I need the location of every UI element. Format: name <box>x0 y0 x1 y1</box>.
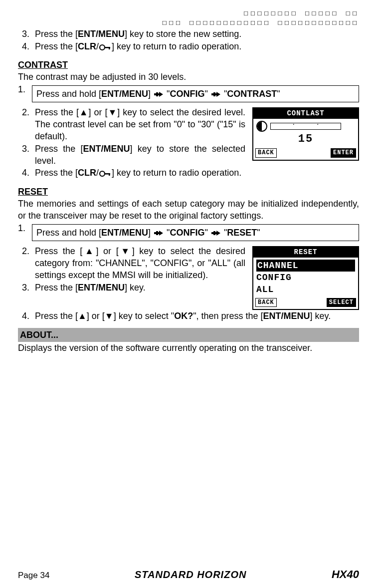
reset-step-2: Press the [▲] or [▼] key to select the d… <box>32 245 245 282</box>
reset-options: CHANNEL CONFIG ALL <box>253 258 358 297</box>
reset-steps: Press the [▲] or [▼] key to select the d… <box>18 245 245 294</box>
lcd-title: RESET <box>253 247 358 258</box>
text: ", then press the [ <box>193 311 263 321</box>
about-heading: ABOUT... <box>18 328 359 342</box>
menu-config: CONFIG <box>170 228 204 238</box>
svg-point-0 <box>100 45 105 50</box>
prev-section-steps: Press the [ENT/MENU] key to store the ne… <box>18 28 359 54</box>
text: " <box>204 89 210 99</box>
key-ent-menu: ENT/MENU <box>78 283 125 293</box>
prev-step-3: Press the [ENT/MENU] key to store the ne… <box>32 28 359 40</box>
menu-reset: RESET <box>227 228 257 238</box>
about-desc: Displays the version of the software cur… <box>18 342 359 354</box>
lcd-enter-button: ENTER <box>331 148 356 157</box>
reset-option-channel: CHANNEL <box>256 260 355 272</box>
arrow-icon <box>211 92 220 97</box>
contrast-step-1-row: 1. Press and hold [ENT/MENU] "CONFIG" "C… <box>18 83 359 106</box>
key-ent-menu: ENT/MENU <box>101 228 148 238</box>
contrast-heading: CONTRAST <box>18 59 359 71</box>
reset-heading: RESET <box>18 186 359 198</box>
text: Press the [▲] or [▼] key to select " <box>35 311 174 321</box>
text: Press the [ <box>35 41 78 51</box>
text: " <box>221 228 227 238</box>
contrast-icon <box>256 121 267 132</box>
text: " <box>221 89 227 99</box>
lcd-back-button: BACK <box>255 298 277 307</box>
text: ] <box>148 228 153 238</box>
text: Press the [ <box>35 168 78 178</box>
page-number: Page 34 <box>18 570 49 582</box>
reset-lcd: RESET CHANNEL CONFIG ALL BACK SELECT <box>252 246 359 310</box>
text: Press and hold [ <box>36 89 101 99</box>
text: " <box>204 228 210 238</box>
page-footer: Page 34 STANDARD HORIZON HX40 <box>18 567 359 582</box>
contrast-lcd: CONTLAST .. 15 BACK ENTER <box>252 107 359 161</box>
lcd-select-button: SELECT <box>327 298 356 307</box>
reset-option-config: CONFIG <box>256 272 355 284</box>
ok-prompt: OK? <box>174 311 193 321</box>
arrow-icon <box>211 231 220 236</box>
text: ] key. <box>125 283 146 293</box>
reset-step-1-row: 1. Press and hold [ENT/MENU] "CONFIG" "R… <box>18 222 359 245</box>
key-ent-menu: ENT/MENU <box>263 311 310 321</box>
list-index-1: 1. <box>18 222 32 234</box>
contrast-steps-cont: Press the [CLR/] key to return to radio … <box>18 167 359 180</box>
text: " <box>164 89 170 99</box>
key-ent-menu: ENT/MENU <box>78 29 125 39</box>
menu-contrast: CONTRAST <box>227 89 277 99</box>
contrast-step-2: Press the [▲] or [▼] key to select the d… <box>32 106 245 143</box>
reset-steps-cont: Press the [▲] or [▼] key to select "OK?"… <box>18 310 359 322</box>
key-ent-menu: ENT/MENU <box>83 144 130 154</box>
lock-key-icon <box>99 168 112 180</box>
arrow-icon <box>154 231 163 236</box>
reset-desc: The memories and settings of each setup … <box>18 198 359 222</box>
reset-step-4: Press the [▲] or [▼] key to select "OK?"… <box>32 310 359 322</box>
svg-rect-5 <box>109 173 110 176</box>
reset-option-all: ALL <box>256 284 355 295</box>
reset-step-3: Press the [ENT/MENU] key. <box>32 282 245 294</box>
text: ] key to store the new setting. <box>125 29 241 39</box>
tick: . <box>316 120 319 127</box>
prev-step-4: Press the [CLR/] key to return to radio … <box>32 40 359 54</box>
contrast-step-block: Press the [▲] or [▼] key to select the d… <box>18 106 359 167</box>
contrast-bar-row: .. <box>256 121 355 132</box>
reset-nav-path: Press and hold [ENT/MENU] "CONFIG" "RESE… <box>32 224 359 241</box>
stamp-line-2: ☐☐☐ ☐☐☐☐☐☐☐☐☐☐☐☐ ☐☐☐☐☐☐☐☐☐☐☐☐ <box>18 18 359 28</box>
key-clr: CLR <box>78 41 96 51</box>
menu-config: CONFIG <box>170 89 204 99</box>
contrast-desc: The contrast may be adjusted in 30 level… <box>18 71 359 83</box>
text: ] key to return to radio operation. <box>112 168 241 178</box>
text: Press the [ <box>35 144 83 154</box>
text: " <box>257 228 260 238</box>
contrast-step-4: Press the [CLR/] key to return to radio … <box>32 167 359 180</box>
contrast-steps: Press the [▲] or [▼] key to select the d… <box>18 106 245 167</box>
svg-rect-2 <box>109 47 110 49</box>
model-label: HX40 <box>332 567 359 582</box>
reset-step-block: Press the [▲] or [▼] key to select the d… <box>18 245 359 310</box>
arrow-icon <box>154 92 163 97</box>
tick: . <box>292 120 295 127</box>
contrast-value: 15 <box>256 132 355 147</box>
stamp-line-1: ☐☐☐☐☐☐☐☐ ☐☐☐☐☐ ☐☐ <box>18 9 359 18</box>
text: ] key to return to radio operation. <box>112 41 241 51</box>
lcd-back-button: BACK <box>255 148 277 157</box>
list-index-1: 1. <box>18 83 32 95</box>
manual-page: ☐☐☐☐☐☐☐☐ ☐☐☐☐☐ ☐☐ ☐☐☐ ☐☐☐☐☐☐☐☐☐☐☐☐ ☐☐☐☐☐… <box>0 0 377 588</box>
text: ] key. <box>310 311 331 321</box>
key-clr: CLR <box>78 168 96 178</box>
lcd-title: CONTLAST <box>253 108 358 119</box>
lock-key-icon <box>99 42 112 54</box>
text: " <box>164 228 170 238</box>
text: Press the [ <box>35 283 78 293</box>
contrast-bar: .. <box>270 123 341 130</box>
text: Press and hold [ <box>36 228 101 238</box>
key-ent-menu: ENT/MENU <box>101 89 148 99</box>
text: " <box>277 89 280 99</box>
text: Press the [ <box>35 29 78 39</box>
contrast-step-3: Press the [ENT/MENU] key to store the se… <box>32 143 245 167</box>
contrast-nav-path: Press and hold [ENT/MENU] "CONFIG" "CONT… <box>32 85 359 102</box>
text: ] <box>148 89 153 99</box>
brand-logo: STANDARD HORIZON <box>135 568 247 582</box>
header-stamp: ☐☐☐☐☐☐☐☐ ☐☐☐☐☐ ☐☐ ☐☐☐ ☐☐☐☐☐☐☐☐☐☐☐☐ ☐☐☐☐☐… <box>18 9 359 28</box>
svg-point-3 <box>100 171 105 176</box>
